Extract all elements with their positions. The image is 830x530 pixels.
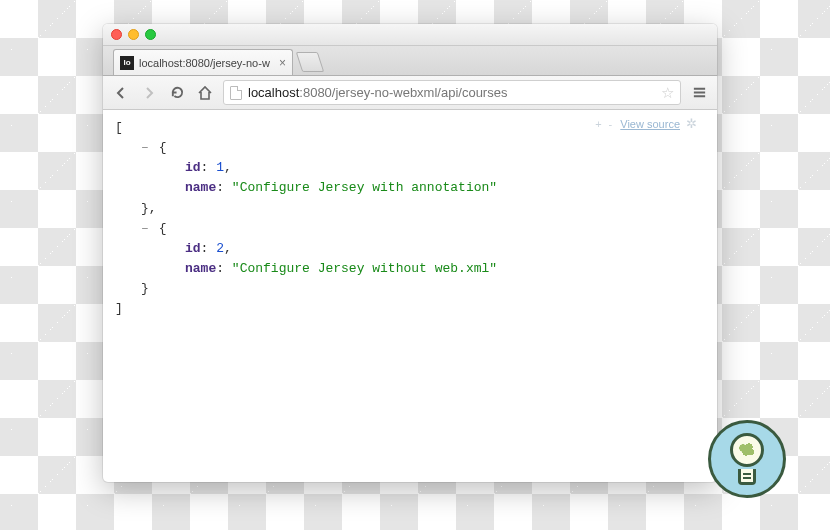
json-object-1-open[interactable]: – { (115, 219, 705, 239)
url-path: /jersey-no-webxml/api/courses (332, 85, 508, 100)
json-row: id: 1, (115, 158, 705, 178)
window-maximize-button[interactable] (145, 29, 156, 40)
browser-window: lo localhost:8080/jersey-no-w × localhos… (103, 24, 717, 482)
url-host: localhost (248, 85, 299, 100)
tab-strip: lo localhost:8080/jersey-no-w × (103, 46, 717, 76)
json-viewer-toolbar: + - View source ✲ (595, 114, 697, 134)
json-key-name: name (185, 261, 216, 276)
url-port: :8080 (299, 85, 332, 100)
home-button[interactable] (195, 83, 215, 103)
json-key-name: name (185, 180, 216, 195)
browser-menu-button[interactable] (689, 83, 709, 103)
back-button[interactable] (111, 83, 131, 103)
json-key-id: id (185, 160, 201, 175)
json-object-0-open[interactable]: – { (115, 138, 705, 158)
bookmark-star-icon[interactable]: ☆ (661, 84, 674, 102)
json-object-0-close: }, (115, 199, 705, 219)
forward-button[interactable] (139, 83, 159, 103)
json-key-id: id (185, 241, 201, 256)
page-content: + - View source ✲ [ – { id: 1, name: "Co… (103, 110, 717, 482)
lightbulb-icon (730, 433, 764, 467)
view-source-link[interactable]: View source (620, 116, 680, 133)
json-value-name: "Configure Jersey with annotation" (232, 180, 497, 195)
window-titlebar[interactable] (103, 24, 717, 46)
new-tab-button[interactable] (296, 52, 324, 72)
lightbulb-base-icon (738, 469, 756, 485)
json-close-bracket: ] (115, 299, 705, 319)
page-icon (230, 86, 242, 100)
brand-badge (708, 420, 786, 498)
window-minimize-button[interactable] (128, 29, 139, 40)
collapse-toggle-icon[interactable]: – (141, 138, 151, 158)
gear-icon[interactable]: ✲ (686, 114, 697, 134)
reload-button[interactable] (167, 83, 187, 103)
browser-tab-active[interactable]: lo localhost:8080/jersey-no-w × (113, 49, 293, 75)
address-bar[interactable]: localhost:8080/jersey-no-webxml/api/cour… (223, 80, 681, 105)
tab-title: localhost:8080/jersey-no-w (139, 57, 274, 69)
url-display: localhost:8080/jersey-no-webxml/api/cour… (248, 85, 507, 100)
collapse-toggle-icon[interactable]: – (141, 219, 151, 239)
tab-close-icon[interactable]: × (279, 56, 286, 70)
json-value-id: 1 (216, 160, 224, 175)
window-close-button[interactable] (111, 29, 122, 40)
json-row: name: "Configure Jersey without web.xml" (115, 259, 705, 279)
json-object-1-close: } (115, 279, 705, 299)
json-row: name: "Configure Jersey with annotation" (115, 178, 705, 198)
expand-collapse-all[interactable]: + - (595, 116, 614, 133)
json-row: id: 2, (115, 239, 705, 259)
json-value-id: 2 (216, 241, 224, 256)
browser-toolbar: localhost:8080/jersey-no-webxml/api/cour… (103, 76, 717, 110)
json-value-name: "Configure Jersey without web.xml" (232, 261, 497, 276)
tab-favicon: lo (120, 56, 134, 70)
